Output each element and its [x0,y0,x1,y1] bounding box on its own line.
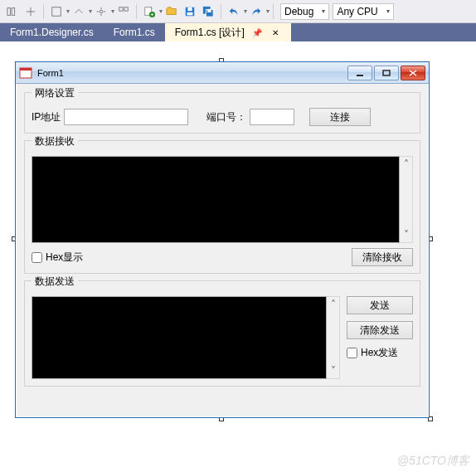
scroll-down-icon: ˅ [331,363,336,378]
svg-rect-9 [187,7,192,10]
group-receive: 数据接收 ˄˅ Hex显示 清除接收 [24,140,420,274]
svg-point-3 [100,10,103,13]
connect-button[interactable]: 连接 [309,108,371,126]
save-all-icon[interactable] [199,2,217,21]
scroll-up-icon: ˄ [331,297,336,312]
scrollbar[interactable]: ˄˅ [327,296,340,379]
snap-icon[interactable] [22,2,40,21]
dock-icon[interactable] [114,2,133,21]
chevron-down-icon: ▾ [386,7,390,15]
tab-form-cs[interactable]: Form1.cs [104,23,165,41]
svg-rect-15 [20,68,32,71]
clear-receive-button[interactable]: 清除接收 [352,248,413,266]
tab-form-design[interactable]: Form1.cs [设计] 📌 ✕ [165,23,291,41]
titlebar[interactable]: Form1 [16,62,429,84]
svg-rect-5 [124,7,128,10]
svg-rect-1 [12,7,15,15]
pin-icon[interactable]: 📌 [251,27,263,38]
open-file-icon[interactable] [163,2,181,21]
document-tabstrip: Form1.Designer.cs Form1.cs Form1.cs [设计]… [0,23,476,41]
undo-icon[interactable] [225,2,243,21]
svg-rect-10 [187,12,193,15]
platform-dropdown[interactable]: Any CPU▾ [333,3,393,20]
form-icon [19,66,32,80]
form-title: Form1 [37,68,347,78]
scroll-up-icon: ˄ [404,157,409,172]
form-client-area: 网络设置 IP地址 端口号： 连接 数据接收 ˄˅ [16,84,429,417]
maximize-button[interactable] [374,66,399,80]
svg-rect-4 [119,7,123,10]
svg-rect-2 [52,7,61,16]
receive-textbox[interactable] [32,156,400,243]
ide-toolbar: ▾ ▾ ▾ ▾ ▾ ▾ Debug▾ Any CPU▾ [0,0,476,23]
group-receive-legend: 数据接收 [32,134,78,148]
minimize-button[interactable] [347,66,372,80]
designed-form[interactable]: Form1 网络设置 IP地址 端口号： 连接 [15,61,430,418]
hex-show-checkbox[interactable]: Hex显示 [32,251,83,265]
align-icon[interactable] [3,2,22,21]
svg-rect-17 [383,71,390,75]
ip-label: IP地址 [32,110,61,124]
group-send: 数据发送 ˄˅ 发送 清除发送 Hex发送 [24,280,420,387]
group-send-legend: 数据发送 [32,275,78,289]
scrollbar[interactable]: ˄˅ [400,156,413,243]
svg-rect-0 [7,7,11,15]
watermark: @51CTO博客 [397,454,469,469]
send-textbox[interactable] [32,296,327,379]
redo-icon[interactable] [247,2,265,21]
close-button[interactable] [401,66,425,80]
svg-rect-13 [207,9,211,12]
tab-designer-cs[interactable]: Form1.Designer.cs [0,23,104,41]
svg-rect-16 [357,75,363,76]
hex-send-checkbox[interactable]: Hex发送 [347,346,413,360]
port-input[interactable] [250,109,294,125]
group-network-legend: 网络设置 [32,86,78,100]
send-button[interactable]: 发送 [347,296,413,314]
caret-icon[interactable] [70,2,88,21]
layout-icon[interactable] [47,2,66,21]
save-icon[interactable] [181,2,199,21]
group-network: 网络设置 IP地址 端口号： 连接 [24,92,420,134]
port-label: 端口号： [206,110,246,124]
scroll-down-icon: ˅ [404,227,409,242]
anchor-icon[interactable] [92,2,110,21]
chevron-down-icon: ▾ [322,7,325,15]
add-item-icon[interactable] [140,2,158,21]
chevron-down-icon[interactable]: ▾ [266,7,270,15]
designer-surface[interactable]: Form1 网络设置 IP地址 端口号： 连接 [0,41,476,472]
clear-send-button[interactable]: 清除发送 [347,321,413,339]
close-icon[interactable]: ✕ [270,27,281,38]
config-dropdown[interactable]: Debug▾ [280,3,329,20]
ip-input[interactable] [64,109,188,125]
